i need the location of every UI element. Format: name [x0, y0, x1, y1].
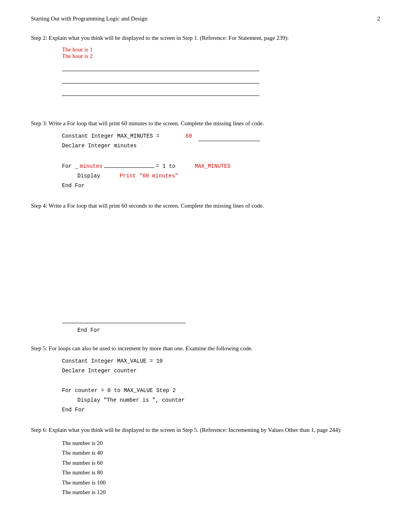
- step6-output-4: The number is 80: [62, 468, 380, 478]
- step3-for-middle: = 1 to: [156, 162, 175, 171]
- step3-instruction: Step 3: Write a For loop that will print…: [31, 119, 380, 128]
- step3-for-limit: MAX_MINUTES: [195, 162, 230, 171]
- step3-blank-long: [104, 161, 154, 168]
- step4-code-area: End For: [62, 222, 380, 333]
- step6-output-2: The number is 40: [62, 448, 380, 458]
- step3-code: Constant Integer MAX_MINUTES = 60 Declar…: [62, 131, 380, 191]
- step4-instruction: Step 4: Write a For loop that will print…: [31, 201, 380, 210]
- step2-output-2: The hour is 2: [62, 53, 380, 60]
- step3-blank-number: [198, 134, 260, 141]
- step3-end-for: End For: [62, 181, 380, 191]
- step3-display-prefix: Display: [77, 173, 100, 179]
- step4-label: Step 4:: [31, 203, 47, 209]
- answer-line-1: [62, 63, 259, 71]
- step3-const-prefix: Constant Integer MAX_MINUTES =: [62, 133, 159, 139]
- step4-blank-line: [62, 315, 186, 323]
- step3-for-var: minutes: [80, 162, 103, 171]
- answer-line-2: [62, 75, 259, 84]
- step2-answer-lines: [62, 63, 380, 96]
- step5-label: Step 5:: [31, 345, 47, 351]
- step4-blank-space: [62, 222, 380, 292]
- step2-text: Explain what you think will be displayed…: [47, 35, 289, 41]
- step2-instruction: Step 2: Explain what you think will be d…: [31, 34, 380, 43]
- step6-label: Step 6:: [31, 427, 47, 433]
- step5-code-line4: Display "The number is ", counter: [77, 396, 380, 405]
- step5-instruction: Step 5: For loops can also be used to in…: [31, 344, 380, 353]
- step5-code-line3: For counter = 0 to MAX_VALUE Step 2: [62, 386, 380, 396]
- step6-output-5: The number is 100: [62, 478, 380, 488]
- step2-outputs: The hour is 1 The hour is 2: [62, 46, 380, 60]
- step6-section: Step 6: Explain what you think will be d…: [31, 426, 380, 498]
- step3-for-prefix: For _: [62, 162, 78, 171]
- step2-section: Step 2: Explain what you think will be d…: [31, 34, 380, 96]
- step5-text: For loops can also be used to increment …: [47, 345, 253, 351]
- page-header: Starting Out with Programming Logic and …: [31, 15, 380, 22]
- step3-text: Write a For loop that will print 60 minu…: [47, 120, 264, 126]
- step3-section: Step 3: Write a For loop that will print…: [31, 119, 380, 191]
- step4-text: Write a For loop that will print 60 seco…: [47, 203, 264, 209]
- step6-output-3: The number is 60: [62, 458, 380, 468]
- step6-output-1: The number is 20: [62, 438, 380, 448]
- step6-output-6: The number is 120: [62, 488, 380, 498]
- answer-line-3: [62, 87, 259, 96]
- step5-section: Step 5: For loops can also be used to in…: [31, 344, 380, 415]
- step3-for-line: For _ minutes = 1 to MAX_MINUTES: [62, 161, 380, 171]
- step6-outputs: The number is 20 The number is 40 The nu…: [62, 438, 380, 498]
- step2-output-1: The hour is 1: [62, 46, 380, 53]
- page-number: 2: [377, 15, 380, 22]
- step3-display-line: Display Print "60 minutes": [77, 171, 380, 181]
- step4-end-for: End For: [77, 327, 380, 333]
- step5-code-line2: Declare Integer counter: [62, 366, 380, 376]
- step6-text: Explain what you think will be displayed…: [47, 427, 341, 433]
- page-title: Starting Out with Programming Logic and …: [31, 15, 147, 22]
- step5-code-line5: End For: [62, 405, 380, 415]
- step6-instruction: Step 6: Explain what you think will be d…: [31, 426, 380, 435]
- step5-code-line1: Constant Integer MAX_VALUE = 10: [62, 356, 380, 366]
- step3-const-value: 60: [185, 133, 192, 139]
- step3-code-line1: Constant Integer MAX_MINUTES = 60: [62, 131, 380, 141]
- step2-label: Step 2:: [31, 35, 47, 41]
- step5-code: Constant Integer MAX_VALUE = 10 Declare …: [62, 356, 380, 415]
- step3-display-value: Print "60 minutes": [120, 173, 178, 179]
- step4-section: Step 4: Write a For loop that will print…: [31, 201, 380, 333]
- step4-end-for-text: End For: [77, 327, 100, 333]
- step3-label: Step 3:: [31, 120, 47, 126]
- step3-code-line2: Declare Integer minutes: [62, 141, 380, 151]
